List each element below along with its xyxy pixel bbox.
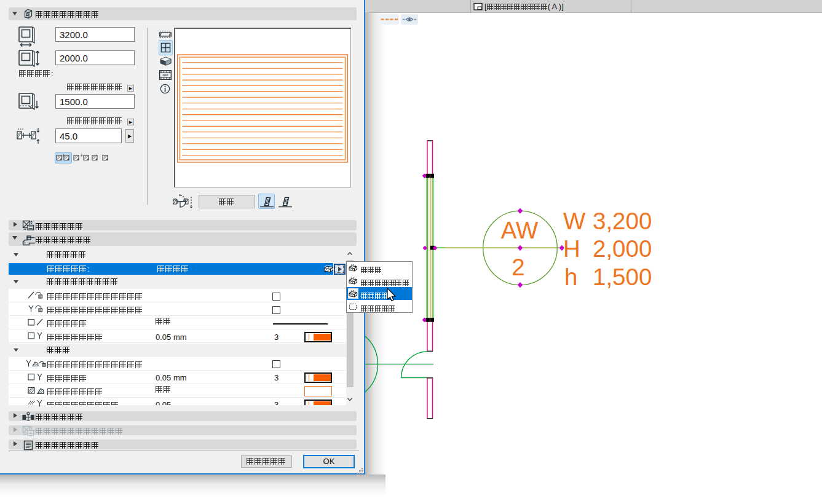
svg-text:2: 2 [512,254,524,280]
svg-text:1,500: 1,500 [593,264,652,290]
svg-text:3,200: 3,200 [593,208,652,234]
svg-text:AW: AW [501,217,539,243]
svg-text:H: H [563,235,580,262]
svg-text:+: + [80,152,83,159]
svg-text:h: h [564,264,577,290]
svg-text:W: W [563,208,586,234]
svg-text:+: + [62,152,65,159]
svg-text:2,000: 2,000 [593,235,652,262]
